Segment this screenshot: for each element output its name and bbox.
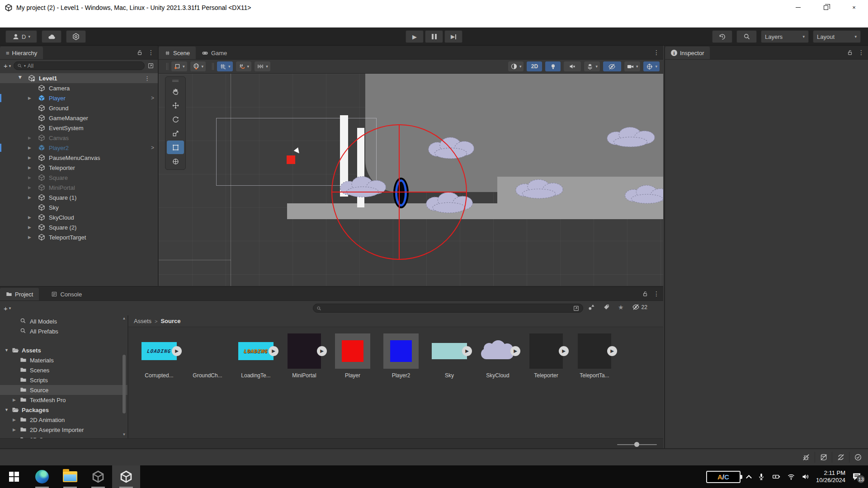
expand-sprites-badge[interactable]: ▶ [607, 346, 617, 356]
restore-button[interactable] [812, 0, 840, 15]
expand-arrow-icon[interactable]: ▶ [28, 96, 33, 100]
expand-sprites-badge[interactable]: ▶ [462, 346, 472, 356]
open-search-window-icon[interactable] [147, 62, 154, 69]
hierarchy-row[interactable]: ▶ Ground ⋮ > [0, 103, 158, 113]
move-tool[interactable] [167, 99, 184, 112]
cache-server-disconnected-icon[interactable] [815, 452, 832, 463]
grid-snapping-toggle[interactable]: ▾ [217, 61, 233, 71]
tab-scene[interactable]: Scene [159, 47, 196, 59]
expand-sprites-badge[interactable]: ▶ [317, 346, 327, 356]
asset-item[interactable]: ▶ Player [331, 333, 374, 379]
taskbar-unity-editor[interactable] [112, 465, 140, 488]
expand-arrow-icon[interactable]: ▶ [28, 195, 33, 200]
tree-scrollbar[interactable]: ▲ ▼ [122, 316, 127, 436]
project-tree-row[interactable]: ▼ ▶ All Prefabs [0, 326, 127, 336]
scroll-up-icon[interactable]: ▲ [122, 316, 127, 320]
undo-history-button[interactable] [712, 30, 732, 43]
add-gameobject-button[interactable]: +▾ [4, 62, 11, 70]
prefab-open-chevron-icon[interactable]: > [151, 145, 154, 151]
hierarchy-row[interactable]: ▶ SkyCloud ⋮ > [0, 212, 158, 222]
notification-center-button[interactable]: 13 [852, 472, 862, 482]
scene-canvas[interactable] [159, 74, 663, 286]
camera-settings-dropdown[interactable]: ▾ [624, 61, 641, 71]
gizmos-dropdown[interactable]: ▾ [643, 61, 660, 71]
debugger-disabled-icon[interactable] [797, 452, 815, 463]
asset-item[interactable]: ▶ GroundCh... [186, 333, 229, 379]
battery-icon[interactable] [772, 473, 781, 481]
project-tree-row[interactable]: ▼ ▶ Packages [0, 405, 127, 415]
tool-handle-settings-dropdown[interactable]: ▾ [171, 61, 187, 71]
expand-arrow-icon[interactable]: ▶ [28, 155, 33, 160]
layout-dropdown[interactable]: Layout ▾ [813, 30, 861, 43]
version-control-button[interactable] [66, 30, 86, 43]
hidden-icons-chevron[interactable] [746, 475, 752, 481]
hierarchy-row[interactable]: ▶ Player2 ⋮ > [0, 143, 158, 153]
audio-mute-toggle[interactable] [564, 61, 581, 71]
expand-arrow-icon[interactable]: ▶ [28, 185, 33, 190]
transform-tool[interactable] [167, 155, 184, 168]
expand-arrow-icon[interactable]: ▶ [28, 225, 33, 230]
tab-project[interactable]: Project [0, 288, 39, 300]
expand-arrow-icon[interactable]: ▶ [28, 136, 33, 140]
scene-lighting-toggle[interactable] [545, 61, 561, 71]
snap-increment-dropdown[interactable]: ▾ [255, 61, 270, 71]
effects-dropdown[interactable]: ▾ [584, 61, 600, 71]
kebab-menu-icon[interactable]: ⋮ [653, 290, 660, 297]
project-tree-row[interactable]: ▼ ▶ 2D Aseprite Importer [0, 425, 127, 435]
hierarchy-row[interactable]: ▶ Teleporter ⋮ > [0, 163, 158, 173]
thumbnail-size-slider[interactable] [617, 444, 657, 445]
kebab-menu-icon[interactable]: ⋮ [858, 49, 864, 56]
hierarchy-row[interactable]: ▶ EventSystem ⋮ > [0, 123, 158, 133]
kebab-menu-icon[interactable]: ⋮ [653, 49, 660, 56]
slider-knob[interactable] [634, 442, 639, 447]
expand-arrow-icon[interactable]: ▶ [28, 165, 33, 170]
cloud-button[interactable] [42, 30, 61, 43]
progress-ok-icon[interactable] [849, 452, 866, 463]
scrollbar-thumb[interactable] [123, 355, 126, 413]
project-tree-row[interactable]: ▼ ▶ Assets [0, 345, 127, 355]
hierarchy-row[interactable]: ▶ MiniPortal ⋮ > [0, 183, 158, 192]
scale-tool[interactable] [167, 127, 184, 140]
asset-item[interactable]: ▶ Sky [428, 333, 471, 379]
asset-item[interactable]: LOADING ▶ Corrupted... [137, 333, 181, 379]
expand-sprites-badge[interactable]: ▶ [510, 346, 520, 356]
lock-icon[interactable] [642, 291, 648, 297]
hidden-count-toggle[interactable]: 22 [632, 303, 647, 311]
pause-button[interactable] [425, 30, 443, 43]
hierarchy-row[interactable]: ▶ Level1 ⋮ > [0, 73, 158, 83]
hierarchy-row[interactable]: ▶ TeleportTarget ⋮ > [0, 232, 158, 242]
wifi-icon[interactable] [787, 473, 795, 481]
hierarchy-row[interactable]: ▶ GameManager ⋮ > [0, 113, 158, 123]
favorites-star-icon[interactable]: ★ [618, 304, 624, 311]
expand-arrow-icon[interactable]: ▶ [28, 175, 33, 180]
hierarchy-row[interactable]: ▶ Camera ⋮ > [0, 83, 158, 93]
create-asset-button[interactable]: +▾ [4, 305, 11, 312]
label-tag-icon[interactable] [603, 304, 610, 310]
grid-visibility-dropdown[interactable]: ▾ [236, 61, 252, 71]
expand-arrow-icon[interactable]: ▶ [18, 76, 23, 80]
expand-arrow-icon[interactable]: ▶ [13, 427, 16, 432]
tab-hierarchy[interactable]: ≡ Hierarchy [0, 47, 43, 59]
hierarchy-row[interactable]: ▶ PauseMenuCanvas ⋮ > [0, 153, 158, 163]
hierarchy-search-input[interactable]: ▾ All [14, 61, 145, 70]
step-button[interactable]: ▶ [444, 30, 462, 43]
project-tree-row[interactable]: ▼ ▶ Materials [0, 355, 127, 365]
project-tree-row[interactable]: ▼ ▶ Source [0, 385, 127, 395]
palette-drag-handle[interactable] [165, 78, 185, 84]
collapse-triangle-icon[interactable]: ▼ [5, 348, 9, 352]
project-search-input[interactable] [313, 304, 583, 313]
project-tree-row[interactable]: ▼ ▶ Scripts [0, 375, 127, 385]
taskbar-clock[interactable]: 2:11 PM 10/26/2024 [816, 469, 845, 484]
asset-item[interactable]: ▶ Player2 [379, 333, 423, 379]
account-button[interactable]: D ▾ [5, 30, 37, 43]
2d-mode-toggle[interactable]: 2D [527, 61, 542, 71]
expand-sprites-badge[interactable]: ▶ [559, 346, 569, 356]
project-tree-row[interactable]: ▼ ▶ All Models [0, 316, 127, 326]
lock-icon[interactable] [847, 49, 853, 56]
rotate-tool[interactable] [167, 113, 184, 126]
project-tree-row[interactable]: ▼ ▶ 2D Animation [0, 415, 127, 425]
kebab-menu-icon[interactable]: ⋮ [144, 75, 150, 82]
prefab-open-chevron-icon[interactable]: > [151, 95, 154, 101]
scroll-down-icon[interactable]: ▼ [122, 432, 127, 436]
lock-icon[interactable] [137, 49, 143, 56]
